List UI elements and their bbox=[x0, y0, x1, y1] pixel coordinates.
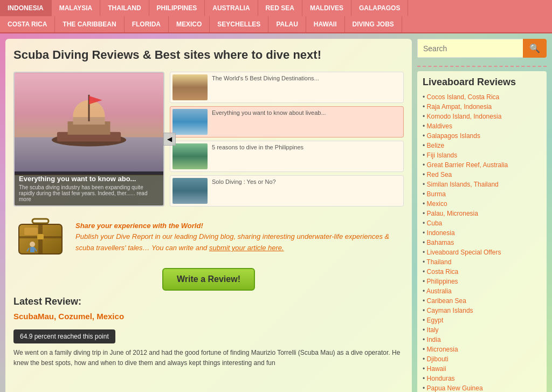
sidebar-list-item-14[interactable]: Indonesia bbox=[423, 228, 541, 238]
sidebar-link-27[interactable]: Djibouti bbox=[427, 355, 448, 363]
suitcase-image bbox=[13, 215, 67, 260]
sidebar-link-12[interactable]: Palau, Micronesia bbox=[427, 210, 478, 217]
nav-item-the-caribbean[interactable]: THE CARIBBEAN bbox=[55, 16, 124, 32]
nav-item-indonesia[interactable]: INDONESIA bbox=[0, 0, 52, 16]
article-item-3[interactable]: Solo Diving : Yes or No? bbox=[170, 175, 404, 207]
sidebar-link-19[interactable]: Philippines bbox=[427, 278, 458, 285]
sidebar-link-5[interactable]: Belize bbox=[427, 142, 445, 149]
sidebar-link-16[interactable]: Liveaboard Special Offers bbox=[427, 249, 501, 256]
sidebar-list-item-20[interactable]: Australia bbox=[423, 286, 541, 296]
sidebar-list-item-23[interactable]: Egypt bbox=[423, 315, 541, 325]
sidebar-link-28[interactable]: Hawaii bbox=[427, 365, 446, 373]
nav-item-australia[interactable]: AUSTRALIA bbox=[205, 0, 258, 16]
content-area: Scuba Diving Reviews & Best sites where … bbox=[5, 39, 412, 392]
sidebar-link-17[interactable]: Thailand bbox=[426, 258, 451, 266]
sidebar-list-item-5[interactable]: Belize bbox=[423, 141, 541, 150]
sidebar-list-item-1[interactable]: Raja Ampat, Indonesia bbox=[423, 102, 541, 112]
sidebar-list-item-22[interactable]: Cayman Islands bbox=[423, 306, 541, 315]
blog-section: Share your experience with the World! Pu… bbox=[13, 215, 404, 260]
sidebar-list-item-9[interactable]: Similan Islands, Thailand bbox=[423, 180, 541, 189]
article-thumb-0 bbox=[172, 74, 208, 100]
search-input[interactable] bbox=[417, 39, 523, 58]
sidebar-list: Cocos Island, Costa RicaRaja Ampat, Indo… bbox=[423, 92, 541, 392]
sidebar-list-item-2[interactable]: Komodo Island, Indonesia bbox=[423, 112, 541, 121]
sidebar-link-0[interactable]: Cocos Island, Costa Rica bbox=[427, 93, 500, 101]
sidebar-link-14[interactable]: Indonesia bbox=[427, 229, 455, 237]
article-item-2[interactable]: 5 reasons to dive in the Philippines bbox=[170, 141, 404, 172]
nav-item-hawaii[interactable]: HAWAII bbox=[306, 16, 345, 32]
sidebar-link-9[interactable]: Similan Islands, Thailand bbox=[427, 181, 499, 188]
sidebar-link-2[interactable]: Komodo Island, Indonesia bbox=[427, 113, 502, 120]
featured-main-image: Everything you want to know abo... The s… bbox=[13, 72, 164, 207]
sidebar-link-10[interactable]: Burma bbox=[427, 190, 446, 198]
sidebar-list-item-12[interactable]: Palau, Micronesia bbox=[423, 209, 541, 218]
sidebar-list-item-11[interactable]: Mexico bbox=[423, 199, 541, 209]
sidebar-link-15[interactable]: Bahamas bbox=[427, 239, 454, 246]
sidebar-link-18[interactable]: Costa Rica bbox=[427, 268, 459, 276]
sidebar-link-22[interactable]: Cayman Islands bbox=[427, 307, 473, 314]
sidebar-link-21[interactable]: Caribean Sea bbox=[427, 297, 466, 305]
nav-item-philippines[interactable]: PHILIPPINES bbox=[149, 0, 205, 16]
sidebar-link-25[interactable]: India bbox=[427, 336, 441, 343]
nav-item-thailand[interactable]: THAILAND bbox=[100, 0, 149, 16]
sidebar-list-item-15[interactable]: Bahamas bbox=[423, 238, 541, 247]
sidebar-link-20[interactable]: Australia bbox=[426, 287, 452, 295]
blog-submit-link[interactable]: submit your article here. bbox=[209, 244, 284, 252]
nav-item-costa-rica[interactable]: COSTA RICA bbox=[0, 16, 55, 32]
sidebar-list-item-16[interactable]: Liveaboard Special Offers bbox=[423, 247, 541, 257]
sidebar-link-4[interactable]: Galapagos Islands bbox=[427, 132, 480, 140]
nav-item-red-sea[interactable]: RED SEA bbox=[258, 0, 302, 16]
nav-item-florida[interactable]: FLORIDA bbox=[125, 16, 169, 32]
sidebar-list-item-8[interactable]: Red Sea bbox=[423, 170, 541, 180]
sidebar-list-item-13[interactable]: Cuba bbox=[423, 218, 541, 228]
nav-item-malaysia[interactable]: MALAYSIA bbox=[52, 0, 101, 16]
search-button[interactable]: 🔍 bbox=[523, 39, 547, 58]
sidebar-list-item-19[interactable]: Philippines bbox=[423, 277, 541, 286]
sidebar-link-6[interactable]: Fiji Islands bbox=[427, 152, 458, 159]
sidebar-list-item-26[interactable]: Micronesia bbox=[423, 345, 541, 354]
nav-item-mexico[interactable]: MEXICO bbox=[169, 16, 210, 32]
nav-item-diving-jobs[interactable]: DIVING JOBS bbox=[345, 16, 402, 32]
sidebar-list-item-30[interactable]: Papua New Guinea bbox=[423, 383, 541, 392]
sidebar-list-item-0[interactable]: Cocos Island, Costa Rica bbox=[423, 92, 541, 102]
article-item-1[interactable]: Everything you want to know about liveab… bbox=[170, 106, 404, 137]
sidebar-link-7[interactable]: Great Barrier Reef, Australia bbox=[427, 161, 508, 169]
sidebar-list-item-27[interactable]: Djibouti bbox=[423, 354, 541, 364]
sidebar-link-13[interactable]: Cuba bbox=[427, 219, 443, 227]
sidebar-list-item-3[interactable]: Maldives bbox=[423, 121, 541, 131]
article-text-3: Solo Diving : Yes or No? bbox=[212, 178, 401, 186]
write-review-container: Write a Review! bbox=[13, 268, 404, 291]
sidebar-link-1[interactable]: Raja Ampat, Indonesia bbox=[427, 103, 492, 111]
nav-item-palau[interactable]: PALAU bbox=[268, 16, 306, 32]
write-review-button[interactable]: Write a Review! bbox=[162, 268, 255, 291]
sidebar-list-item-28[interactable]: Hawaii bbox=[423, 364, 541, 374]
sidebar-link-8[interactable]: Red Sea bbox=[427, 171, 452, 178]
sidebar-list-item-18[interactable]: Costa Rica bbox=[423, 267, 541, 277]
article-thumb-1 bbox=[172, 109, 208, 135]
sidebar-list-item-7[interactable]: Great Barrier Reef, Australia bbox=[423, 160, 541, 170]
nav-item-galapagos[interactable]: GALAPAGOS bbox=[351, 0, 408, 16]
sidebar-list-item-21[interactable]: Caribean Sea bbox=[423, 296, 541, 306]
sidebar-link-29[interactable]: Honduras bbox=[427, 375, 455, 382]
sidebar-link-11[interactable]: Mexico bbox=[427, 200, 447, 208]
prev-arrow[interactable]: ◀ bbox=[163, 133, 176, 146]
blog-can-write: can write and bbox=[165, 244, 209, 252]
sidebar-list-item-4[interactable]: Galapagos Islands bbox=[423, 131, 541, 141]
sidebar-list-item-24[interactable]: Italy bbox=[423, 325, 541, 335]
nav-item-maldives[interactable]: MALDIVES bbox=[302, 0, 351, 16]
latest-review: Latest Review: ScubaMau, Cozumel, Mexico… bbox=[13, 296, 404, 368]
sidebar-list-item-6[interactable]: Fiji Islands bbox=[423, 150, 541, 160]
sidebar-link-30[interactable]: Papua New Guinea bbox=[427, 384, 483, 392]
search-box: 🔍 bbox=[417, 39, 547, 58]
featured-caption-sub: The scuba diving industry has been expan… bbox=[19, 184, 159, 202]
sidebar-list-item-17[interactable]: Thailand bbox=[423, 257, 541, 267]
sidebar-link-24[interactable]: Italy bbox=[427, 326, 439, 334]
sidebar-link-23[interactable]: Egypt bbox=[427, 317, 444, 324]
sidebar-list-item-29[interactable]: Honduras bbox=[423, 374, 541, 383]
sidebar-link-3[interactable]: Maldives bbox=[427, 122, 452, 130]
sidebar-list-item-10[interactable]: Burma bbox=[423, 189, 541, 199]
sidebar-list-item-25[interactable]: India bbox=[423, 335, 541, 345]
article-item-0[interactable]: The World's 5 Best Diving Destinations..… bbox=[170, 72, 404, 103]
sidebar-link-26[interactable]: Micronesia bbox=[427, 346, 458, 353]
nav-item-seychelles[interactable]: SEYCHELLES bbox=[210, 16, 268, 32]
